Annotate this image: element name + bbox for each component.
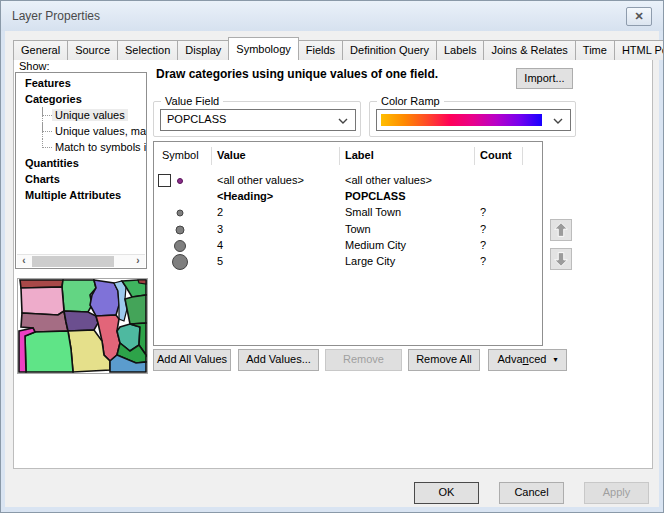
apply-button[interactable]: Apply: [584, 482, 649, 504]
unique-values-list: Symbol Value Label Count <all other valu…: [153, 141, 543, 346]
scroll-right-icon[interactable]: ›: [131, 255, 145, 268]
remove-all-button[interactable]: Remove All: [408, 349, 480, 371]
tree-item-features[interactable]: Features: [16, 75, 146, 91]
scrollbar-thumb[interactable]: [32, 256, 114, 267]
advanced-button[interactable]: Advanced ▾: [488, 349, 567, 371]
table-row[interactable]: 5 Large City ?: [155, 253, 541, 270]
value-field-dropdown[interactable]: POPCLASS: [160, 109, 356, 131]
column-header-symbol: Symbol: [162, 149, 199, 161]
chevron-down-icon: [338, 118, 348, 124]
remove-button[interactable]: Remove: [325, 349, 402, 371]
table-row[interactable]: 3 Town ?: [155, 221, 541, 238]
titlebar[interactable]: Layer Properties ✕: [1, 1, 663, 31]
tab-source[interactable]: Source: [67, 40, 118, 60]
tab-time[interactable]: Time: [575, 40, 615, 60]
color-ramp-dropdown[interactable]: [376, 109, 571, 131]
tree-item-charts[interactable]: Charts: [16, 171, 146, 187]
import-button[interactable]: Import...: [516, 68, 573, 89]
column-header-value: Value: [217, 149, 246, 161]
tab-selection[interactable]: Selection: [117, 40, 178, 60]
value-field-group: Value Field POPCLASS: [153, 101, 361, 137]
tree-item-unique-values[interactable]: Unique values: [16, 107, 146, 123]
advanced-button-label: Advanced: [497, 353, 546, 365]
color-ramp-swatch: [381, 114, 542, 126]
move-up-button[interactable]: [550, 219, 572, 241]
arrow-up-icon: [551, 220, 571, 240]
tree-connector: [42, 107, 52, 116]
point-symbol[interactable]: [172, 254, 188, 270]
column-separator: [522, 147, 523, 165]
column-separator: [339, 147, 340, 165]
tab-joins-relates[interactable]: Joins & Relates: [483, 40, 575, 60]
add-values-button[interactable]: Add Values...: [238, 349, 319, 371]
add-all-values-button[interactable]: Add All Values: [153, 349, 231, 371]
chevron-down-icon: [553, 118, 563, 124]
caret-down-icon: ▾: [554, 355, 558, 364]
tab-strip: General Source Selection Display Symbolo…: [13, 37, 664, 60]
show-label: Show:: [19, 60, 50, 72]
show-tree: Features Categories Unique values Unique…: [15, 72, 147, 269]
column-separator: [211, 147, 212, 165]
move-down-button[interactable]: [550, 248, 572, 270]
column-separator: [474, 147, 475, 165]
tree-horizontal-scrollbar[interactable]: ‹ ›: [17, 254, 145, 267]
tree-item-categories[interactable]: Categories: [16, 91, 146, 107]
point-symbol[interactable]: [177, 178, 183, 184]
color-ramp-group: Color Ramp: [369, 101, 576, 137]
value-field-selected-value: POPCLASS: [167, 113, 226, 125]
all-other-values-checkbox[interactable]: [158, 174, 171, 187]
tab-definition-query[interactable]: Definition Query: [342, 40, 437, 60]
layer-properties-dialog: Layer Properties ✕ General Source Select…: [0, 0, 664, 513]
table-row-all-other-values[interactable]: <all other values> <all other values>: [155, 172, 541, 189]
tab-symbology[interactable]: Symbology: [228, 37, 298, 60]
color-ramp-group-label: Color Ramp: [377, 95, 444, 107]
table-row[interactable]: 4 Medium City ?: [155, 237, 541, 254]
tab-display[interactable]: Display: [177, 40, 229, 60]
column-header-label: Label: [345, 149, 374, 161]
ok-button[interactable]: OK: [414, 482, 479, 504]
point-symbol[interactable]: [176, 225, 185, 234]
table-row-heading[interactable]: <Heading> POPCLASS: [155, 188, 541, 205]
tree-item-match-to-symbols[interactable]: Match to symbols in a: [16, 139, 146, 155]
tree-connector: [42, 139, 52, 148]
table-row[interactable]: 2 Small Town ?: [155, 204, 541, 221]
tab-fields[interactable]: Fields: [298, 40, 343, 60]
column-header-count: Count: [480, 149, 512, 161]
cancel-button[interactable]: Cancel: [499, 482, 564, 504]
window-title: Layer Properties: [12, 9, 100, 23]
map-preview: [17, 278, 148, 374]
tab-html-popup[interactable]: HTML Popup: [614, 40, 664, 60]
scroll-left-icon[interactable]: ‹: [17, 255, 31, 268]
tree-item-multiple-attributes[interactable]: Multiple Attributes: [16, 187, 146, 203]
tree-item-unique-values-many[interactable]: Unique values, many: [16, 123, 146, 139]
close-icon[interactable]: ✕: [626, 7, 652, 26]
arrow-down-icon: [551, 249, 571, 269]
panel-heading: Draw categories using unique values of o…: [156, 67, 438, 81]
point-symbol[interactable]: [174, 240, 186, 252]
tree-item-quantities[interactable]: Quantities: [16, 155, 146, 171]
value-field-group-label: Value Field: [161, 95, 223, 107]
tab-general[interactable]: General: [13, 40, 68, 60]
tree-connector: [42, 123, 52, 132]
tab-labels[interactable]: Labels: [436, 40, 484, 60]
map-preview-image: [18, 279, 147, 373]
point-symbol[interactable]: [177, 209, 184, 216]
